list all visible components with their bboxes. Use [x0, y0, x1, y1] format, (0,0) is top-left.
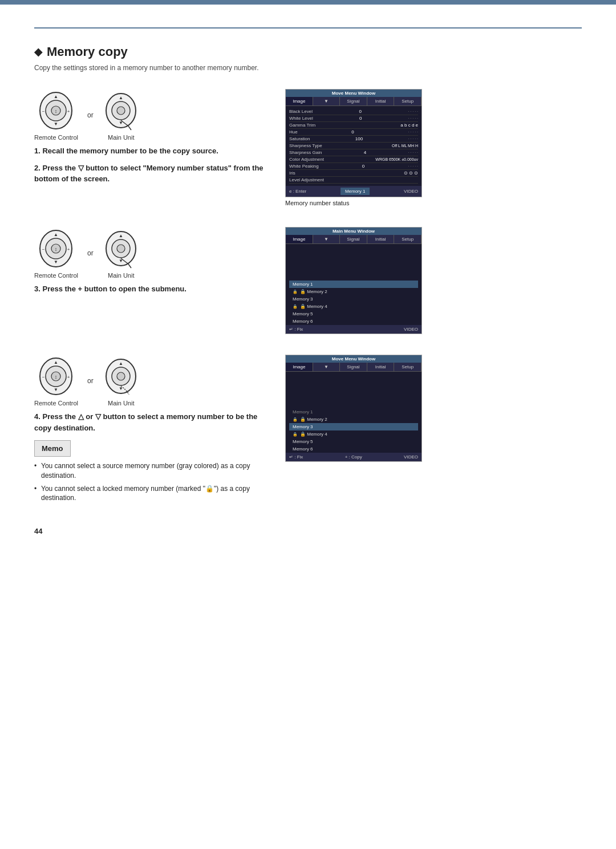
svg-point-25	[117, 245, 125, 253]
main-unit-svg-3: ▲ ▼	[103, 355, 140, 397]
section-1-2: ↕ ▲ ▼ − + Remote Control or ▲ ▼	[34, 89, 582, 206]
svg-line-14	[128, 126, 131, 130]
memo-bullet-2: You cannot select a locked memory number…	[34, 484, 274, 503]
title-text: Memory copy	[47, 44, 128, 59]
step-4-text: 4. Press the △ or ▽ button to select a m…	[34, 411, 274, 433]
main-unit-svg-2: ▲ ▼	[103, 227, 140, 270]
screen-3-memory-1: Memory 1	[289, 408, 418, 416]
screen-1-tab-setup: Setup	[394, 97, 422, 105]
screen-3-tabs: Image ▼ Signal Initial Setup	[286, 363, 422, 372]
screen-3-memory-5: Memory 5	[289, 438, 418, 445]
screen-2-tab-arrow: ▼	[313, 235, 341, 243]
remote-control-3: ↕ ▲ ▼ − + Remote Control	[34, 355, 78, 407]
or-text-2: or	[87, 249, 94, 257]
page-title: ◆ Memory copy	[34, 44, 582, 59]
remote-label-2: Remote Control	[34, 272, 78, 279]
screen-3-tab-image: Image	[286, 363, 313, 371]
screen-3-footer-copy: + : Copy	[345, 454, 362, 460]
svg-point-10	[117, 107, 125, 115]
screen-1-footer-memory: Memory 1	[341, 188, 370, 195]
diamond-icon: ◆	[34, 46, 42, 58]
screen-3-tab-setup: Setup	[394, 363, 422, 371]
svg-text:▼: ▼	[54, 121, 58, 127]
screen-2-memory-6: Memory 6	[289, 318, 418, 325]
screen-row-iris: Iris ⊙ ⊙ ⊙	[289, 170, 418, 177]
screen-1-tab-initial: Initial	[367, 97, 395, 105]
section-3: ↕ ▲ ▼ − + Remote Control or ▲ ▼	[34, 227, 582, 334]
svg-text:↕: ↕	[55, 246, 58, 252]
screen-3-memory-4: 🔒 Memory 4	[289, 430, 418, 438]
svg-text:▲: ▲	[119, 233, 123, 238]
screen-row-hue: Hue 0 · · · · ·	[289, 129, 418, 136]
main-unit-1: ▲ ▼ Main Unit	[103, 89, 140, 141]
main-unit-3: ▲ ▼ Main Unit	[103, 355, 140, 407]
svg-text:−: −	[42, 109, 45, 114]
controls-row-1: ↕ ▲ ▼ − + Remote Control or ▲ ▼	[34, 89, 274, 141]
step-4-bold: Press the △ or ▽ button to select a memo…	[34, 412, 257, 432]
svg-text:↕: ↕	[55, 108, 58, 114]
svg-text:▲: ▲	[54, 94, 58, 99]
screen-1-mockup: Move Menu Window Image ▼ Signal Initial …	[285, 89, 422, 197]
remote-label-1: Remote Control	[34, 134, 78, 141]
screen-row-coloradj: Color Adjustment WRGB 6500K ±0.000uv	[289, 156, 418, 163]
screen-1-tab-arrow: ▼	[313, 97, 341, 105]
or-text-3: or	[87, 377, 94, 385]
screen-row-whitepeaking: White Peaking 0 · · · · ·	[289, 163, 418, 170]
left-col-3: ↕ ▲ ▼ − + Remote Control or ▲ ▼	[34, 355, 274, 506]
screen-3-body: Memory 1 🔒 Memory 2 Memory 3 🔒 Memory 4 …	[286, 372, 422, 453]
screen-3-memory-6: Memory 6	[289, 445, 418, 453]
screen-row-blacklevel: Black Level 0 · · · · ·	[289, 108, 418, 115]
main-unit-label-1: Main Unit	[108, 134, 134, 141]
svg-text:↕: ↕	[55, 374, 58, 380]
svg-text:+: +	[67, 247, 70, 252]
screen-1-title: Move Menu Window	[286, 90, 422, 97]
svg-point-40	[117, 372, 125, 380]
step-3-instruction: 3. Press the + button to open the submen…	[34, 283, 274, 295]
screen-2-memory-1: Memory 1	[289, 281, 418, 288]
right-col-3: Move Menu Window Image ▼ Signal Initial …	[285, 355, 582, 462]
screen-3-tab-signal: Signal	[340, 363, 367, 371]
screen-2-tab-initial: Initial	[367, 235, 395, 243]
screen-3-footer: ↵ : Fix + : Copy VIDEO	[286, 453, 422, 461]
svg-text:▼: ▼	[119, 386, 123, 391]
remote-svg-3: ↕ ▲ ▼ − +	[38, 355, 75, 397]
remote-label-3: Remote Control	[34, 400, 78, 407]
svg-text:▲: ▲	[119, 361, 123, 366]
screen-2-tab-signal: Signal	[340, 235, 367, 243]
remote-svg-1: ↕ ▲ ▼ − +	[38, 89, 75, 132]
svg-line-29	[128, 264, 131, 268]
screen-2-footer-fix: ↵ : Fix	[289, 327, 303, 332]
screen-2-tab-setup: Setup	[394, 235, 422, 243]
section-divider	[34, 27, 582, 29]
screen-3-tab-initial: Initial	[367, 363, 395, 371]
screen-3-tab-arrow: ▼	[313, 363, 341, 371]
screen-3-mockup: Move Menu Window Image ▼ Signal Initial …	[285, 355, 422, 462]
screen-3-title: Move Menu Window	[286, 355, 422, 363]
svg-text:▲: ▲	[54, 360, 58, 365]
screen-row-sharpgain: Sharpness Gain 4 · · · · ·	[289, 149, 418, 156]
screen-row-saturation: Saturation 100 · · · · ·	[289, 136, 418, 143]
screen-2-mockup: Main Menu Window Image ▼ Signal Initial …	[285, 227, 422, 334]
screen-2-memory-5: Memory 5	[289, 310, 418, 318]
right-col-2: Main Menu Window Image ▼ Signal Initial …	[285, 227, 582, 334]
main-unit-2: ▲ ▼ Main Unit	[103, 227, 140, 279]
step-3-text: 3. Press the + button to open the submen…	[34, 283, 274, 295]
main-unit-label-3: Main Unit	[108, 400, 134, 407]
screen-2-memory-3: Memory 3	[289, 295, 418, 303]
screen-3-footer-fix: ↵ : Fix	[289, 454, 303, 460]
main-unit-svg-1: ▲ ▼	[103, 89, 140, 132]
screen-1-footer: e : Enter Memory 1 VIDEO	[286, 186, 422, 197]
controls-row-3: ↕ ▲ ▼ − + Remote Control or ▲ ▼	[34, 355, 274, 407]
screen-1-tabs: Image ▼ Signal Initial Setup	[286, 97, 422, 106]
svg-text:−: −	[42, 375, 45, 380]
screen-3-memory-2: 🔒 Memory 2	[289, 416, 418, 423]
page-number: 44	[34, 527, 582, 535]
screen-2-body: Memory 1 🔒 Memory 2 Memory 3 🔒 Memory 4 …	[286, 244, 422, 325]
remote-control-2: ↕ ▲ ▼ − + Remote Control	[34, 227, 78, 279]
memo-label: Memo	[34, 440, 71, 457]
screen-1-footer-video: VIDEO	[404, 189, 418, 194]
svg-text:+: +	[67, 109, 70, 114]
screen-2-title: Main Menu Window	[286, 228, 422, 235]
svg-text:▼: ▼	[54, 259, 58, 265]
screen-2-footer-video: VIDEO	[404, 327, 418, 332]
